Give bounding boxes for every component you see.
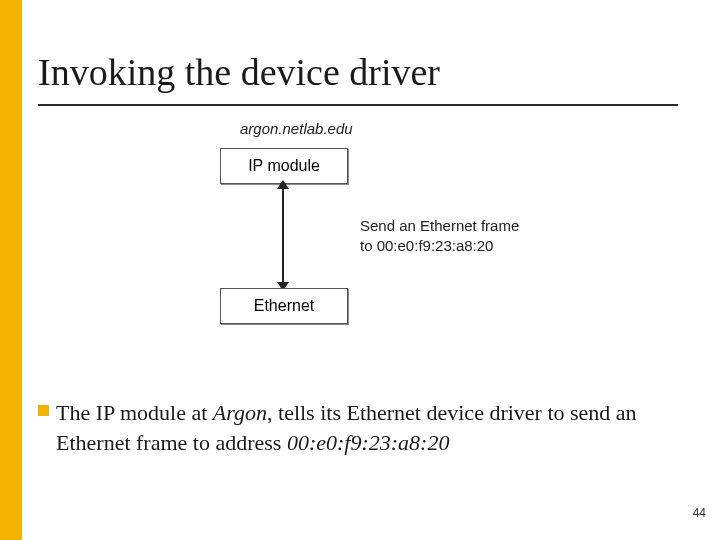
body-mid: , tells its Ethernet device driver to se… <box>267 400 637 425</box>
connector-line <box>282 184 284 288</box>
bullet-icon <box>38 405 49 416</box>
slide-title: Invoking the device driver <box>38 50 440 94</box>
send-frame-label: Send an Ethernet frame to 00:e0:f9:23:a8… <box>360 216 519 257</box>
title-underline <box>38 104 678 106</box>
body-argon: Argon <box>213 400 267 425</box>
side-label-line1: Send an Ethernet frame <box>360 217 519 234</box>
body-post1: to address <box>187 430 287 455</box>
body-mac: 00:e0:f9:23:a8:20 <box>287 430 450 455</box>
body-eth-frame: Ethernet frame <box>56 430 187 455</box>
ip-module-box: IP module <box>220 148 348 184</box>
ethernet-box: Ethernet <box>220 288 348 324</box>
accent-bar <box>0 0 22 540</box>
host-label: argon.netlab.edu <box>240 120 353 137</box>
slide: Invoking the device driver argon.netlab.… <box>0 0 720 540</box>
diagram: argon.netlab.edu IP module Ethernet Send… <box>160 120 560 350</box>
slide-number: 44 <box>693 506 706 520</box>
arrow-up-icon <box>277 180 289 189</box>
body-paragraph: The IP module at Argon, tells its Ethern… <box>56 398 680 457</box>
side-label-line2: to 00:e0:f9:23:a8:20 <box>360 237 493 254</box>
body-pre: The IP module at <box>56 400 213 425</box>
